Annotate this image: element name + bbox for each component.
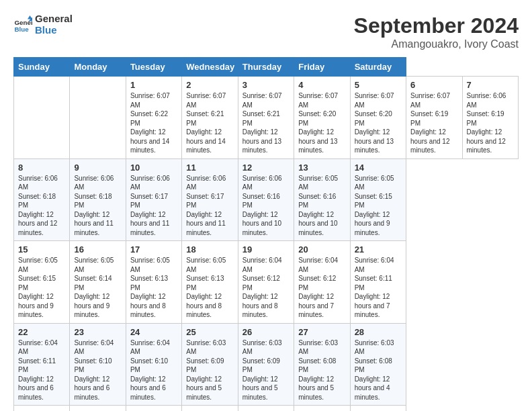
calendar-cell [294,406,350,412]
calendar-cell: 29 Sunrise: 6:03 AMSunset: 6:07 PMDaylig… [14,406,70,412]
cell-content: Sunrise: 6:04 AMSunset: 6:10 PMDaylight:… [130,338,177,402]
day-number: 6 [410,80,457,90]
location-title: Amangouakro, Ivory Coast [354,38,519,50]
calendar-cell: 12 Sunrise: 6:06 AMSunset: 6:16 PMDaylig… [238,158,294,241]
day-number: 4 [298,80,345,90]
calendar-week-3: 15 Sunrise: 6:05 AMSunset: 6:15 PMDaylig… [14,241,519,324]
calendar-cell: 15 Sunrise: 6:05 AMSunset: 6:15 PMDaylig… [14,241,70,324]
weekday-header-wednesday: Wednesday [182,58,238,77]
day-number: 28 [355,327,402,337]
day-number: 18 [186,244,233,255]
cell-content: Sunrise: 6:05 AMSunset: 6:13 PMDaylight:… [130,256,177,320]
calendar-cell: 14 Sunrise: 6:05 AMSunset: 6:15 PMDaylig… [350,158,406,241]
calendar-table: SundayMondayTuesdayWednesdayThursdayFrid… [13,57,519,411]
calendar-cell: 9 Sunrise: 6:06 AMSunset: 6:18 PMDayligh… [70,158,126,241]
cell-content: Sunrise: 6:04 AMSunset: 6:11 PMDaylight:… [355,256,402,320]
day-number: 5 [355,80,402,90]
day-number: 14 [355,163,402,173]
day-number: 12 [242,163,290,173]
weekday-header-thursday: Thursday [238,58,294,77]
calendar-cell: 3 Sunrise: 6:07 AMSunset: 6:21 PMDayligh… [238,77,294,159]
calendar-cell: 7 Sunrise: 6:06 AMSunset: 6:19 PMDayligh… [462,77,519,159]
calendar-cell [70,77,126,159]
day-number: 25 [186,327,233,337]
weekday-header-friday: Friday [294,58,350,77]
cell-content: Sunrise: 6:03 AMSunset: 6:09 PMDaylight:… [186,338,233,402]
cell-content: Sunrise: 6:05 AMSunset: 6:14 PMDaylight:… [74,256,121,320]
day-number: 20 [298,244,345,255]
day-number: 17 [130,244,177,255]
cell-content: Sunrise: 6:05 AMSunset: 6:15 PMDaylight:… [18,256,65,320]
calendar-cell: 4 Sunrise: 6:07 AMSunset: 6:20 PMDayligh… [294,77,350,159]
calendar-cell: 13 Sunrise: 6:05 AMSunset: 6:16 PMDaylig… [294,158,350,241]
cell-content: Sunrise: 6:04 AMSunset: 6:12 PMDaylight:… [242,256,290,320]
calendar-cell: 16 Sunrise: 6:05 AMSunset: 6:14 PMDaylig… [70,241,126,324]
calendar-cell: 19 Sunrise: 6:04 AMSunset: 6:12 PMDaylig… [238,241,294,324]
day-number: 16 [74,244,121,255]
calendar-cell: 18 Sunrise: 6:05 AMSunset: 6:13 PMDaylig… [182,241,238,324]
calendar-cell: 1 Sunrise: 6:07 AMSunset: 6:22 PMDayligh… [126,77,181,159]
cell-content: Sunrise: 6:04 AMSunset: 6:12 PMDaylight:… [298,256,345,320]
weekday-header-row: SundayMondayTuesdayWednesdayThursdayFrid… [14,58,519,77]
calendar-cell: 17 Sunrise: 6:05 AMSunset: 6:13 PMDaylig… [126,241,181,324]
day-number: 8 [18,163,65,173]
day-number: 19 [242,244,290,255]
logo-blue: Blue [35,25,73,36]
day-number: 3 [242,80,290,90]
calendar-cell: 28 Sunrise: 6:03 AMSunset: 6:08 PMDaylig… [350,323,406,406]
calendar-cell: 6 Sunrise: 6:07 AMSunset: 6:19 PMDayligh… [406,77,462,159]
logo-icon: General Blue [13,15,32,34]
calendar-cell: 27 Sunrise: 6:03 AMSunset: 6:08 PMDaylig… [294,323,350,406]
cell-content: Sunrise: 6:07 AMSunset: 6:21 PMDaylight:… [186,91,233,155]
cell-content: Sunrise: 6:03 AMSunset: 6:08 PMDaylight:… [355,338,402,402]
calendar-week-4: 22 Sunrise: 6:04 AMSunset: 6:11 PMDaylig… [14,323,519,406]
cell-content: Sunrise: 6:04 AMSunset: 6:11 PMDaylight:… [18,338,65,402]
cell-content: Sunrise: 6:06 AMSunset: 6:18 PMDaylight:… [18,174,65,238]
cell-content: Sunrise: 6:03 AMSunset: 6:08 PMDaylight:… [298,338,345,402]
cell-content: Sunrise: 6:07 AMSunset: 6:20 PMDaylight:… [355,91,402,155]
cell-content: Sunrise: 6:07 AMSunset: 6:19 PMDaylight:… [410,91,457,155]
cell-content: Sunrise: 6:07 AMSunset: 6:22 PMDaylight:… [130,91,177,155]
calendar-cell: 26 Sunrise: 6:03 AMSunset: 6:09 PMDaylig… [238,323,294,406]
cell-content: Sunrise: 6:06 AMSunset: 6:17 PMDaylight:… [130,174,177,238]
day-number: 2 [186,80,233,90]
calendar-cell: 25 Sunrise: 6:03 AMSunset: 6:09 PMDaylig… [182,323,238,406]
weekday-header-sunday: Sunday [14,58,70,77]
day-number: 1 [130,80,177,90]
calendar-body: 1 Sunrise: 6:07 AMSunset: 6:22 PMDayligh… [14,77,519,412]
calendar-cell: 2 Sunrise: 6:07 AMSunset: 6:21 PMDayligh… [182,77,238,159]
day-number: 15 [18,244,65,255]
calendar-cell: 20 Sunrise: 6:04 AMSunset: 6:12 PMDaylig… [294,241,350,324]
calendar-header: SundayMondayTuesdayWednesdayThursdayFrid… [14,58,519,77]
day-number: 9 [74,163,121,173]
calendar-week-1: 1 Sunrise: 6:07 AMSunset: 6:22 PMDayligh… [14,77,519,159]
calendar-cell: 8 Sunrise: 6:06 AMSunset: 6:18 PMDayligh… [14,158,70,241]
calendar-cell: 5 Sunrise: 6:07 AMSunset: 6:20 PMDayligh… [350,77,406,159]
day-number: 23 [74,327,121,337]
cell-content: Sunrise: 6:06 AMSunset: 6:16 PMDaylight:… [242,174,290,238]
cell-content: Sunrise: 6:06 AMSunset: 6:17 PMDaylight:… [186,174,233,238]
cell-content: Sunrise: 6:05 AMSunset: 6:16 PMDaylight:… [298,174,345,238]
calendar-cell: 30 Sunrise: 6:03 AMSunset: 6:07 PMDaylig… [70,406,126,412]
day-number: 26 [242,327,290,337]
calendar-cell [14,77,70,159]
cell-content: Sunrise: 6:06 AMSunset: 6:19 PMDaylight:… [467,91,515,155]
calendar-cell: 10 Sunrise: 6:06 AMSunset: 6:17 PMDaylig… [126,158,181,241]
calendar-week-2: 8 Sunrise: 6:06 AMSunset: 6:18 PMDayligh… [14,158,519,241]
calendar-cell: 24 Sunrise: 6:04 AMSunset: 6:10 PMDaylig… [126,323,181,406]
title-area: September 2024 Amangouakro, Ivory Coast [354,13,519,50]
header: General Blue General Blue September 2024… [13,13,519,50]
day-number: 21 [355,244,402,255]
logo-general: General [35,13,73,25]
weekday-header-monday: Monday [70,58,126,77]
calendar-cell [182,406,238,412]
day-number: 27 [298,327,345,337]
weekday-header-tuesday: Tuesday [126,58,181,77]
calendar-cell: 22 Sunrise: 6:04 AMSunset: 6:11 PMDaylig… [14,323,70,406]
calendar-week-5: 29 Sunrise: 6:03 AMSunset: 6:07 PMDaylig… [14,406,519,412]
cell-content: Sunrise: 6:07 AMSunset: 6:20 PMDaylight:… [298,91,345,155]
cell-content: Sunrise: 6:04 AMSunset: 6:10 PMDaylight:… [74,338,121,402]
calendar-cell: 11 Sunrise: 6:06 AMSunset: 6:17 PMDaylig… [182,158,238,241]
day-number: 10 [130,163,177,173]
day-number: 11 [186,163,233,173]
